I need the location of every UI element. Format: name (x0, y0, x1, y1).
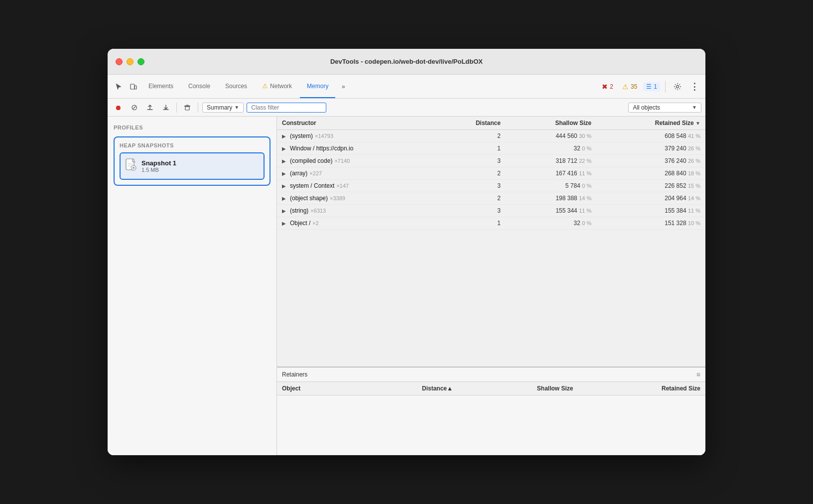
shallow-cell: 32 0 % (506, 217, 596, 230)
distance-cell: 2 (437, 130, 506, 142)
devtools-window: DevTools - codepen.io/web-dot-dev/live/P… (108, 49, 705, 455)
info-badge[interactable]: ☰ 1 (643, 82, 660, 91)
svg-rect-4 (185, 107, 189, 110)
table-row[interactable]: ▶ (string) ×6313 3 155 344 11 % 155 384 … (277, 205, 705, 217)
error-badge[interactable]: ✖ 2 (599, 82, 616, 92)
retained-cell: 155 384 11 % (596, 205, 705, 217)
col-distance[interactable]: Distance (437, 117, 506, 130)
retainers-empty-row (277, 395, 705, 455)
shallow-cell: 167 416 11 % (506, 167, 596, 180)
more-tabs-icon[interactable]: » (336, 80, 350, 94)
expand-icon[interactable]: ▶ (282, 221, 288, 226)
retainers-title: Retainers (282, 371, 307, 378)
shallow-pct: 11 % (579, 170, 591, 176)
distance-cell: 3 (437, 180, 506, 192)
upload-icon[interactable] (143, 101, 156, 114)
snapshot-item[interactable]: Snapshot 1 1.5 MB (120, 152, 265, 180)
heap-table: Constructor Distance Shallow Size Retain… (277, 117, 705, 230)
retained-pct: 41 % (688, 133, 700, 139)
shallow-pct: 30 % (579, 133, 591, 139)
constructor-name: Object / (290, 220, 310, 227)
constructor-name: (string) (290, 207, 308, 214)
retained-pct: 11 % (688, 208, 700, 214)
retained-pct: 10 % (688, 220, 700, 226)
expand-icon[interactable]: ▶ (282, 196, 288, 201)
heap-table-container: Constructor Distance Shallow Size Retain… (277, 117, 705, 367)
info-icon: ☰ (646, 83, 652, 90)
expand-icon[interactable]: ▶ (282, 146, 288, 151)
tab-elements[interactable]: Elements (141, 75, 180, 98)
separator (665, 81, 666, 93)
content-wrapper: Constructor Distance Shallow Size Retain… (277, 117, 705, 455)
minimize-button[interactable] (127, 58, 134, 65)
action-bar: ⏺ ⊘ Summary ▼ All objects (108, 99, 705, 117)
warning-badge[interactable]: ⚠ 35 (619, 82, 640, 92)
download-icon[interactable] (159, 101, 172, 114)
clear-icon[interactable] (181, 101, 194, 114)
expand-icon[interactable]: ▶ (282, 133, 288, 139)
table-row[interactable]: ▶ Window / https://cdpn.io 1 32 0 % 379 … (277, 142, 705, 155)
expand-icon[interactable]: ▶ (282, 171, 288, 176)
svg-point-2 (677, 85, 679, 88)
constructor-count: ×6313 (310, 208, 326, 214)
constructor-name: system / Context (290, 182, 334, 189)
expand-icon[interactable]: ▶ (282, 208, 288, 214)
table-row[interactable]: ▶ (object shape) ×3389 2 198 388 14 % 20… (277, 192, 705, 205)
distance-cell: 2 (437, 167, 506, 180)
network-warning-icon: ⚠ (262, 82, 268, 90)
cursor-icon[interactable] (112, 80, 126, 94)
maximize-button[interactable] (137, 58, 144, 65)
tab-memory[interactable]: Memory (300, 75, 335, 98)
tab-network[interactable]: ⚠ Network (255, 75, 299, 98)
distance-cell: 3 (437, 155, 506, 167)
shallow-pct: 0 % (582, 145, 591, 151)
tab-sources[interactable]: Sources (218, 75, 254, 98)
summary-dropdown[interactable]: Summary ▼ (202, 103, 244, 113)
distance-cell: 1 (437, 142, 506, 155)
retained-cell: 379 240 26 % (596, 142, 705, 155)
settings-icon[interactable] (671, 80, 684, 94)
table-row[interactable]: ▶ (array) ×227 2 167 416 11 % 268 840 18… (277, 167, 705, 180)
retained-cell: 608 548 41 % (596, 130, 705, 142)
retained-pct: 26 % (688, 145, 700, 151)
traffic-lights (116, 58, 144, 65)
col-shallow[interactable]: Shallow Size (506, 117, 596, 130)
close-button[interactable] (116, 58, 123, 65)
retainers-menu-icon[interactable]: ≡ (696, 371, 700, 378)
title-bar: DevTools - codepen.io/web-dot-dev/live/P… (108, 49, 705, 75)
retained-pct: 15 % (688, 183, 700, 189)
table-row[interactable]: ▶ (system) ×14793 2 444 560 30 % 608 548… (277, 130, 705, 142)
ret-col-distance[interactable]: Distance▲ (351, 382, 457, 395)
shallow-cell: 444 560 30 % (506, 130, 596, 142)
more-options-icon[interactable]: ⋮ (687, 80, 701, 94)
table-row[interactable]: ▶ system / Context ×147 3 5 784 0 % 226 … (277, 180, 705, 192)
heap-snapshots-container: HEAP SNAPSHOTS (114, 136, 271, 186)
profiles-title: Profiles (114, 125, 271, 130)
device-icon[interactable] (127, 80, 140, 94)
ret-col-shallow: Shallow Size (458, 382, 578, 395)
tab-console[interactable]: Console (181, 75, 217, 98)
heap-table-body: ▶ (system) ×14793 2 444 560 30 % 608 548… (277, 130, 705, 230)
expand-icon[interactable]: ▶ (282, 158, 288, 164)
retained-cell: 226 852 15 % (596, 180, 705, 192)
stop-icon[interactable]: ⊘ (128, 101, 140, 114)
all-objects-arrow-icon: ▼ (692, 105, 697, 110)
col-constructor: Constructor (277, 117, 437, 130)
constructor-name: (array) (290, 170, 307, 177)
shallow-cell: 318 712 22 % (506, 155, 596, 167)
retainers-header: Retainers ≡ (277, 368, 705, 382)
table-row[interactable]: ▶ (compiled code) ×7140 3 318 712 22 % 3… (277, 155, 705, 167)
table-row[interactable]: ▶ Object / ×2 1 32 0 % 151 328 10 % (277, 217, 705, 230)
col-retained[interactable]: Retained Size ▼ (596, 117, 705, 130)
constructor-name: (compiled code) (290, 157, 332, 164)
error-icon: ✖ (602, 83, 608, 91)
shallow-cell: 155 344 11 % (506, 205, 596, 217)
snapshot-size: 1.5 MB (141, 167, 259, 173)
class-filter-input[interactable] (247, 103, 326, 113)
retained-pct: 26 % (688, 158, 700, 164)
record-icon[interactable]: ⏺ (112, 101, 125, 114)
constructor-count: ×2 (312, 220, 319, 226)
expand-icon[interactable]: ▶ (282, 183, 288, 189)
all-objects-dropdown[interactable]: All objects ▼ (628, 103, 701, 113)
action-separator (176, 103, 177, 113)
